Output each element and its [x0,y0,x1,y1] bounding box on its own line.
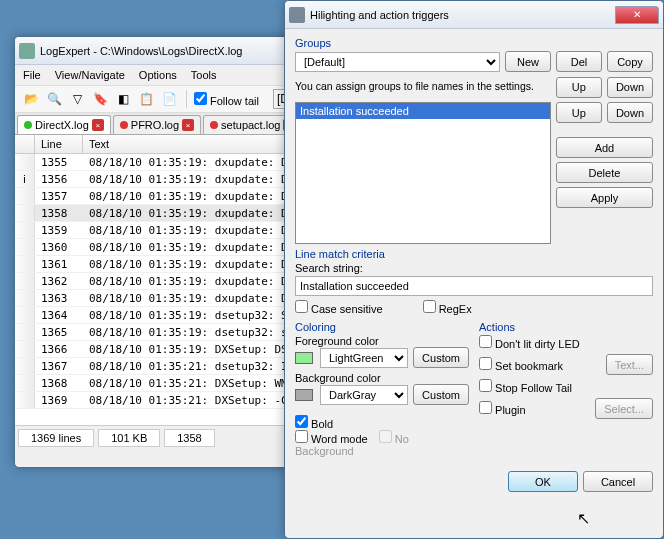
group-up-button[interactable]: Up [556,77,602,98]
tool-copy-icon[interactable]: 📋 [136,89,156,109]
status-pos: 1358 [164,429,214,447]
stop-follow-label[interactable]: Stop Follow Tail [479,379,572,394]
fg-custom-button[interactable]: Custom [413,347,469,368]
menu-options[interactable]: Options [139,69,177,81]
menu-tools[interactable]: Tools [191,69,217,81]
cancel-button[interactable]: Cancel [583,471,653,492]
row-line: 1359 [35,224,83,237]
row-marker [15,307,35,323]
status-size: 101 KB [98,429,160,447]
app-icon [19,43,35,59]
match-criteria-label: Line match criteria [295,248,653,260]
row-line: 1356 [35,173,83,186]
row-marker [15,205,35,221]
follow-tail-label[interactable]: Follow tail [194,92,259,107]
row-line: 1355 [35,156,83,169]
word-mode-label[interactable]: Word mode [295,433,368,445]
row-line: 1363 [35,292,83,305]
file-tab[interactable]: DirectX.log× [17,115,111,134]
case-sensitive-checkbox[interactable] [295,300,308,313]
row-marker [15,273,35,289]
tab-close-icon[interactable]: × [92,119,104,131]
row-marker [15,324,35,340]
menu-view[interactable]: View/Navigate [55,69,125,81]
menu-file[interactable]: File [23,69,41,81]
follow-tail-checkbox[interactable] [194,92,207,105]
highlight-list[interactable]: Installation succeeded [295,102,551,244]
bookmark-label[interactable]: Set bookmark [479,357,601,372]
list-item[interactable]: Installation succeeded [296,103,550,119]
row-marker [15,256,35,272]
led-label[interactable]: Don't lit dirty LED [479,335,580,350]
search-input[interactable] [295,276,653,296]
groups-label: Groups [295,37,653,49]
row-marker: i [15,171,35,187]
search-string-label: Search string: [295,262,653,274]
row-marker [15,341,35,357]
col-marker[interactable] [15,135,35,153]
fg-label: Foreground color [295,335,379,347]
row-marker [15,375,35,391]
word-mode-checkbox[interactable] [295,430,308,443]
ok-button[interactable]: OK [508,471,578,492]
row-line: 1368 [35,377,83,390]
stop-follow-checkbox[interactable] [479,379,492,392]
tab-status-dot [24,121,32,129]
group-select[interactable]: [Default] [295,52,500,72]
row-line: 1357 [35,190,83,203]
no-background-checkbox [379,430,392,443]
tool-bookmark-icon[interactable]: 🔖 [90,89,110,109]
new-button[interactable]: New [505,51,551,72]
copy-button[interactable]: Copy [607,51,653,72]
tool-open-icon[interactable]: 📂 [21,89,41,109]
row-marker [15,188,35,204]
row-line: 1367 [35,360,83,373]
row-line: 1360 [35,241,83,254]
apply-button[interactable]: Apply [556,187,653,208]
tab-label: PFRO.log [131,119,179,131]
row-line: 1365 [35,326,83,339]
tab-label: DirectX.log [35,119,89,131]
row-marker [15,239,35,255]
tab-close-icon[interactable]: × [182,119,194,131]
row-marker [15,290,35,306]
dialog-close-button[interactable]: ✕ [615,6,659,24]
status-lines: 1369 lines [18,429,94,447]
case-sensitive-label[interactable]: Case sensitive [295,300,383,315]
col-line[interactable]: Line [35,135,83,153]
led-checkbox[interactable] [479,335,492,348]
fg-swatch [295,352,313,364]
dialog-icon [289,7,305,23]
item-down-button[interactable]: Down [607,102,653,123]
tool-filter-icon[interactable]: ▽ [67,89,87,109]
bg-swatch [295,389,313,401]
groups-info: You can assign groups to file names in t… [295,80,551,92]
row-marker [15,154,35,170]
dialog-titlebar[interactable]: Hilighting and action triggers ✕ [285,1,663,29]
tab-status-dot [120,121,128,129]
plugin-label[interactable]: Plugin [479,401,590,416]
group-down-button[interactable]: Down [607,77,653,98]
del-button[interactable]: Del [556,51,602,72]
item-up-button[interactable]: Up [556,102,602,123]
bg-custom-button[interactable]: Custom [413,384,469,405]
regex-checkbox[interactable] [423,300,436,313]
add-button[interactable]: Add [556,137,653,158]
coloring-label: Coloring [295,321,469,333]
tool-export-icon[interactable]: 📄 [159,89,179,109]
bookmark-checkbox[interactable] [479,357,492,370]
bold-label[interactable]: Bold [295,418,333,430]
tool-toggle-icon[interactable]: ◧ [113,89,133,109]
row-marker [15,392,35,408]
row-line: 1369 [35,394,83,407]
plugin-checkbox[interactable] [479,401,492,414]
tool-search-icon[interactable]: 🔍 [44,89,64,109]
fg-select[interactable]: LightGreen [320,348,408,368]
highlight-dialog: Hilighting and action triggers ✕ Groups … [284,0,664,539]
regex-label[interactable]: RegEx [423,300,472,315]
row-marker [15,358,35,374]
bg-select[interactable]: DarkGray [320,385,408,405]
delete-button[interactable]: Delete [556,162,653,183]
bold-checkbox[interactable] [295,415,308,428]
file-tab[interactable]: PFRO.log× [113,115,201,134]
